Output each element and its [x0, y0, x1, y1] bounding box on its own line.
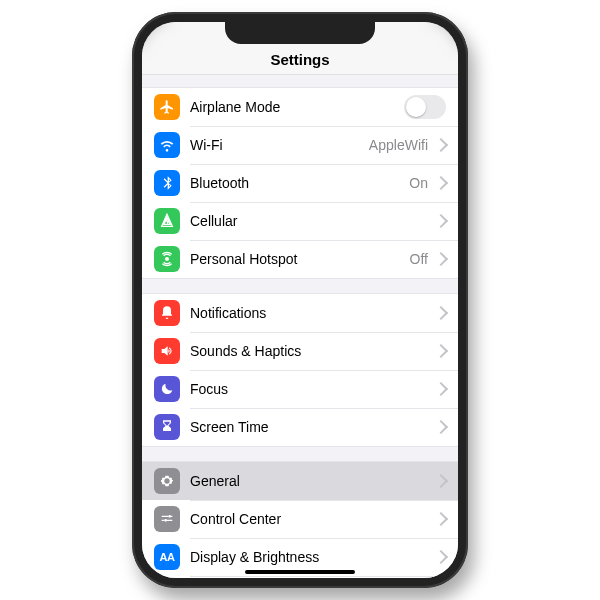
row-wifi[interactable]: Wi-FiAppleWifi [142, 126, 458, 164]
row-label: Display & Brightness [190, 549, 432, 565]
row-label: Bluetooth [190, 175, 409, 191]
chevron-right-icon [434, 252, 448, 266]
hotspot-icon [154, 246, 180, 272]
row-airplane[interactable]: Airplane Mode [142, 88, 458, 126]
aa-icon: AA [154, 544, 180, 570]
svg-point-1 [168, 515, 171, 518]
gear-icon [154, 468, 180, 494]
row-sounds[interactable]: Sounds & Haptics [142, 332, 458, 370]
row-label: Sounds & Haptics [190, 343, 432, 359]
row-value: Off [410, 251, 428, 267]
settings-group: Airplane ModeWi-FiAppleWifiBluetoothOnCe… [142, 87, 458, 279]
chevron-right-icon [434, 420, 448, 434]
row-hotspot[interactable]: Personal HotspotOff [142, 240, 458, 278]
row-label: Personal Hotspot [190, 251, 410, 267]
row-label: Screen Time [190, 419, 432, 435]
row-label: Wi-Fi [190, 137, 369, 153]
chevron-right-icon [434, 474, 448, 488]
hourglass-icon [154, 414, 180, 440]
home-indicator[interactable] [245, 570, 355, 574]
chevron-right-icon [434, 344, 448, 358]
row-label: General [190, 473, 432, 489]
chevron-right-icon [434, 306, 448, 320]
bluetooth-icon [154, 170, 180, 196]
svg-point-0 [165, 257, 169, 261]
row-focus[interactable]: Focus [142, 370, 458, 408]
row-screentime[interactable]: Screen Time [142, 408, 458, 446]
moon-icon [154, 376, 180, 402]
settings-list[interactable]: Airplane ModeWi-FiAppleWifiBluetoothOnCe… [142, 75, 458, 578]
bell-icon [154, 300, 180, 326]
chevron-right-icon [434, 550, 448, 564]
chevron-right-icon [434, 382, 448, 396]
row-homescreen[interactable]: Home Screen [142, 576, 458, 578]
chevron-right-icon [434, 512, 448, 526]
toggle-switch[interactable] [404, 95, 446, 119]
row-label: Airplane Mode [190, 99, 404, 115]
screen: Settings Airplane ModeWi-FiAppleWifiBlue… [142, 22, 458, 578]
page-title: Settings [270, 51, 329, 68]
row-label: Notifications [190, 305, 432, 321]
speaker-icon [154, 338, 180, 364]
airplane-icon [154, 94, 180, 120]
row-label: Focus [190, 381, 432, 397]
wifi-icon [154, 132, 180, 158]
row-controlcenter[interactable]: Control Center [142, 500, 458, 538]
settings-group: GeneralControl CenterAADisplay & Brightn… [142, 461, 458, 578]
row-bluetooth[interactable]: BluetoothOn [142, 164, 458, 202]
row-notifications[interactable]: Notifications [142, 294, 458, 332]
notch [225, 22, 375, 44]
row-value: On [409, 175, 428, 191]
row-general[interactable]: General [142, 462, 458, 500]
row-label: Control Center [190, 511, 432, 527]
settings-group: NotificationsSounds & HapticsFocusScreen… [142, 293, 458, 447]
chevron-right-icon [434, 176, 448, 190]
row-label: Cellular [190, 213, 432, 229]
chevron-right-icon [434, 138, 448, 152]
sliders-icon [154, 506, 180, 532]
cellular-icon [154, 208, 180, 234]
chevron-right-icon [434, 214, 448, 228]
row-value: AppleWifi [369, 137, 428, 153]
svg-point-2 [164, 519, 167, 522]
phone-frame: Settings Airplane ModeWi-FiAppleWifiBlue… [132, 12, 468, 588]
row-cellular[interactable]: Cellular [142, 202, 458, 240]
